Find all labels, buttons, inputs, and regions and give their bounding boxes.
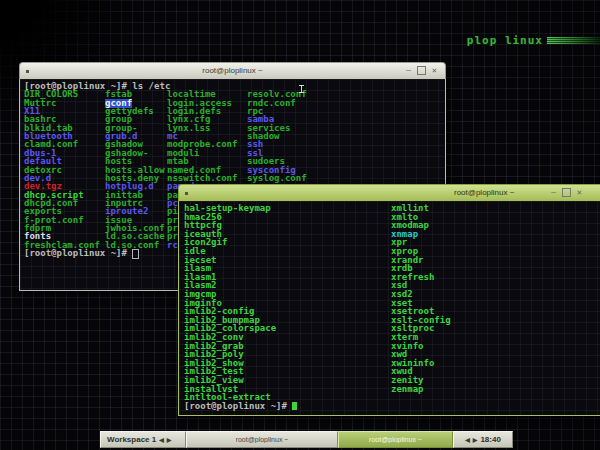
window-menu-icon[interactable] (185, 192, 188, 195)
window-title: root@ploplinux ~ (20, 66, 445, 75)
close-icon[interactable]: ✕ (575, 188, 584, 197)
taskbar-window-button-active[interactable]: root@ploplinux ~ (338, 431, 453, 448)
window-title: root@ploplinux ~ (454, 188, 514, 197)
terminal-window-2: root@ploplinux ~ ─ ✕ hal-setup-keymapxml… (178, 184, 600, 416)
terminal-window-2-titlebar[interactable]: root@ploplinux ~ ─ ✕ (178, 184, 600, 201)
minimize-icon[interactable]: ─ (549, 188, 558, 197)
mouse-cursor-ibeam (301, 85, 302, 93)
minimize-icon[interactable]: ─ (404, 66, 413, 75)
prompt-line: [root@ploplinux ~]# (184, 402, 292, 411)
clock: 18:40 (480, 435, 500, 444)
workspace-label: Workspace 1 (107, 435, 156, 444)
terminal-cursor (132, 249, 139, 259)
taskbar: Workspace 1 ◀ ▶ root@ploplinux ~ root@pl… (100, 431, 513, 448)
workspace-prev-icon[interactable]: ◀ (159, 436, 164, 443)
ls-entry: zenmap (391, 385, 424, 394)
workspace-switcher[interactable]: Workspace 1 ◀ ▶ (100, 431, 186, 448)
terminal-cursor (292, 402, 297, 410)
plop-linux-logo-bar (547, 37, 600, 44)
taskbar-clock-pager: ◀ ▶ 18:40 (453, 431, 513, 448)
taskbar-window-button-inactive[interactable]: root@ploplinux ~ (186, 431, 338, 448)
plop-linux-logo: plop linux (467, 34, 600, 47)
desktop: { "desktop": { "logo_text": "plop linux"… (0, 0, 600, 450)
pager-left-icon[interactable]: ◀ (465, 436, 470, 443)
terminal-2-output[interactable]: hal-setup-keymapxmllinthmac256xmltohttpc… (178, 201, 600, 416)
maximize-icon[interactable] (417, 66, 426, 75)
ls-entry: syslog.conf (247, 174, 307, 183)
maximize-icon[interactable] (562, 188, 571, 197)
workspace-next-icon[interactable]: ▶ (167, 436, 172, 443)
plop-linux-logo-text: plop linux (467, 34, 543, 47)
close-icon[interactable]: ✕ (430, 66, 439, 75)
pager-right-icon[interactable]: ▶ (473, 436, 478, 443)
terminal-window-1-titlebar[interactable]: root@ploplinux ~ ─ ✕ (19, 62, 446, 79)
prompt-line: [root@ploplinux ~]# (24, 249, 132, 258)
